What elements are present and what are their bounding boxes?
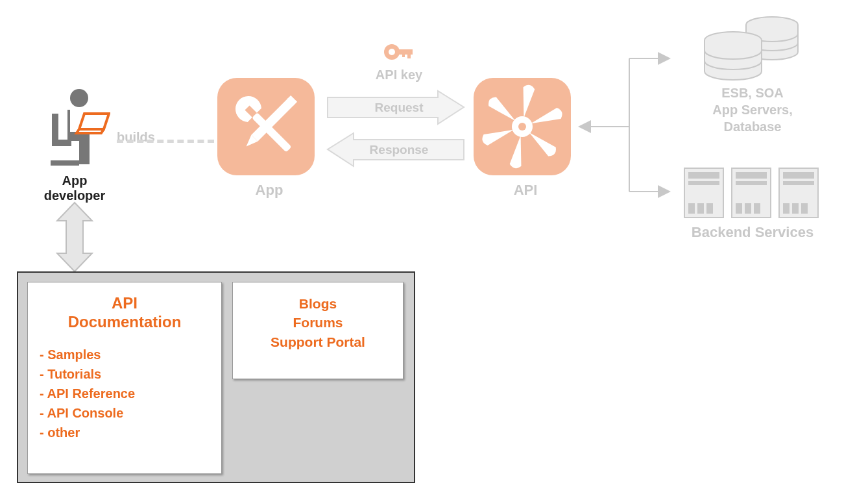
svg-rect-24	[688, 172, 719, 179]
builds-dashes	[117, 140, 214, 143]
svg-rect-12	[402, 49, 405, 57]
svg-rect-27	[697, 203, 704, 214]
app-icon	[217, 78, 315, 175]
api-label: API	[474, 182, 577, 199]
app-servers-label: App Servers,	[675, 101, 830, 118]
svg-rect-11	[407, 49, 411, 58]
response-label: Response	[350, 143, 448, 157]
svg-rect-25	[688, 181, 719, 185]
svg-rect-30	[736, 172, 767, 179]
api-icon	[474, 78, 571, 175]
developer-node: App developer	[32, 88, 117, 203]
svg-rect-2	[52, 114, 58, 146]
api-doc-title-2: Documentation	[68, 313, 182, 331]
apikey-label: API key	[344, 68, 454, 82]
api-node: API	[474, 78, 577, 199]
svg-point-9	[389, 49, 395, 55]
developer-icon	[39, 88, 110, 166]
backend-top-labels: ESB, SOA App Servers, Database	[675, 84, 830, 135]
database-label: Database	[675, 118, 830, 135]
svg-rect-31	[736, 181, 767, 185]
docs-container: API Documentation Samples Tutorials API …	[17, 271, 415, 483]
database-icon	[688, 13, 817, 84]
svg-rect-28	[706, 203, 713, 214]
api-doc-list: Samples Tutorials API Reference API Cons…	[40, 345, 210, 442]
svg-rect-40	[801, 203, 808, 214]
community-box: Blogs Forums Support Portal	[232, 282, 404, 379]
svg-rect-39	[792, 203, 799, 214]
app-node: App	[217, 78, 321, 199]
svg-rect-38	[783, 203, 790, 214]
api-doc-title-1: API	[112, 294, 138, 312]
svg-marker-41	[57, 203, 92, 271]
request-label: Request	[350, 101, 448, 115]
svg-rect-3	[51, 160, 79, 166]
svg-rect-32	[736, 203, 742, 214]
api-documentation-box: API Documentation Samples Tutorials API …	[27, 282, 222, 474]
doc-item-samples: Samples	[40, 345, 210, 364]
svg-rect-37	[783, 181, 814, 185]
apikey-node: API key	[344, 39, 454, 82]
backend-servers-node	[675, 166, 830, 224]
svg-rect-26	[688, 203, 695, 214]
svg-rect-33	[745, 203, 751, 214]
api-doc-title: API Documentation	[40, 294, 210, 332]
doc-item-api-reference: API Reference	[40, 384, 210, 403]
svg-rect-36	[783, 172, 814, 179]
svg-point-16	[518, 123, 526, 131]
backend-db-node: ESB, SOA App Servers, Database	[675, 13, 830, 135]
doc-item-other: other	[40, 423, 210, 442]
doc-item-tutorials: Tutorials	[40, 364, 210, 384]
forums-label: Forums	[245, 313, 391, 332]
support-portal-label: Support Portal	[245, 332, 391, 351]
esb-soa-label: ESB, SOA	[675, 84, 830, 101]
backend-services-label: Backend Services	[662, 224, 843, 241]
servers-icon	[681, 166, 824, 224]
app-label: App	[217, 182, 321, 199]
developer-label: App developer	[32, 173, 117, 203]
svg-rect-34	[754, 203, 760, 214]
svg-point-0	[70, 89, 88, 107]
key-icon	[383, 39, 415, 65]
blogs-label: Blogs	[245, 294, 391, 313]
doc-item-api-console: API Console	[40, 403, 210, 423]
developer-docs-arrow	[52, 201, 97, 273]
